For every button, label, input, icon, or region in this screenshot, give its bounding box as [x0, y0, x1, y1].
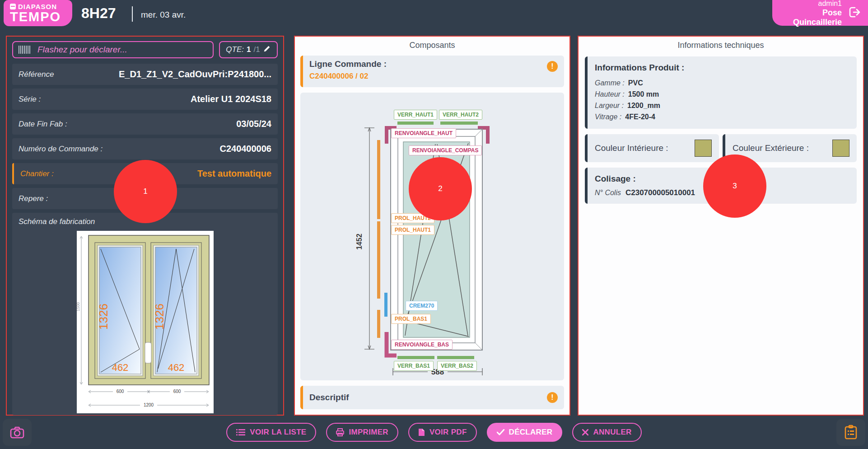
- info-field-largeur: Largeur :1200_mm: [595, 100, 849, 111]
- logout-icon[interactable]: [847, 5, 862, 21]
- panel-informations-techniques: Informations techniques Informations Pro…: [578, 36, 864, 416]
- ligne-commande-value: C240400006 / 02: [309, 72, 558, 81]
- user-role: Pose Quincaillerie: [777, 8, 842, 27]
- row-label: Date Fin Fab :: [19, 120, 67, 129]
- row-value: Atelier U1 2024S18: [191, 94, 271, 104]
- schematic-dim-left: 600: [116, 389, 124, 394]
- user-name: admin1: [777, 0, 842, 8]
- component-label-verr-haut2[interactable]: VERR_HAUT2: [439, 110, 482, 120]
- file-icon: [418, 428, 425, 436]
- fabrication-schematic: 1500 1326 1326: [77, 231, 214, 413]
- panel-production-info: Flashez pour déclarer... QTE: 1 /1 Référ…: [6, 36, 284, 416]
- x-icon: [582, 429, 588, 435]
- app-logo: DIAPASON TEMPO: [4, 0, 72, 26]
- informations-produit-title: Informations Produit :: [595, 63, 849, 73]
- row-numero-commande: Numéro de Commande : C240400006: [12, 138, 278, 159]
- couleur-exterieure-swatch: [832, 140, 849, 157]
- quantity-box[interactable]: QTE: 1 /1: [219, 41, 278, 58]
- panel-composants: Composants Ligne Commande : C240400006 /…: [294, 36, 570, 416]
- component-label-crem270[interactable]: CREM270: [406, 301, 438, 311]
- row-label: Schéma de fabrication: [19, 217, 95, 226]
- scan-placeholder: Flashez pour déclarer...: [37, 45, 127, 55]
- worklist-button[interactable]: [836, 419, 865, 446]
- logo-mark-icon: [10, 4, 16, 9]
- schematic-dim-right: 600: [173, 389, 181, 394]
- component-drawing: 1452: [300, 93, 564, 380]
- composants-title: Composants: [295, 37, 569, 54]
- check-icon: [497, 429, 504, 435]
- couleur-interieure-label: Couleur Intérieure :: [595, 143, 668, 153]
- couleur-interieure-card: Couleur Intérieure :: [585, 134, 719, 162]
- component-label-renvoiangle-haut[interactable]: RENVOIANGLE_HAUT: [391, 128, 456, 138]
- clock-date: mer. 03 avr.: [141, 10, 186, 20]
- row-value: E_D1_Z1_V2_CadOuvPri:P241800...: [119, 69, 271, 80]
- annotation-circle-2: 2: [409, 157, 472, 220]
- schematic-sash-width-right: 462: [168, 362, 184, 373]
- row-label: Référence: [19, 70, 54, 79]
- drawing-dim-height: 1452: [355, 234, 363, 250]
- clock-time: 8H27: [81, 5, 116, 22]
- row-label: Numéro de Commande :: [19, 145, 103, 154]
- info-field-gamme: Gamme :PVC: [595, 77, 849, 89]
- descriptif-label: Descriptif: [309, 393, 349, 402]
- printer-icon: [336, 428, 344, 436]
- annotation-circle-3: 3: [703, 154, 766, 218]
- component-label-prol-bas1[interactable]: PROL_BAS1: [391, 314, 431, 324]
- couleur-exterieure-label: Couleur Extérieure :: [733, 143, 809, 153]
- qte-label: QTE:: [226, 45, 244, 54]
- schematic-total-width: 1200: [143, 402, 154, 407]
- annotation-circle-1: 1: [114, 160, 177, 223]
- ligne-commande-label: Ligne Commande :: [309, 59, 558, 69]
- couleur-interieure-swatch: [695, 140, 712, 157]
- colis-label: N° Colis: [595, 189, 621, 196]
- qte-current: 1: [247, 45, 251, 54]
- edit-pencil-icon[interactable]: [263, 45, 271, 55]
- declarer-button[interactable]: DÉCLARER: [487, 423, 563, 442]
- logo-line2: TEMPO: [10, 10, 72, 23]
- row-label: Chantier :: [20, 169, 54, 178]
- descriptif-card[interactable]: Descriptif !: [300, 386, 564, 409]
- schematic-sash-height-right: 1326: [153, 304, 166, 330]
- alert-icon[interactable]: !: [547, 392, 558, 403]
- footer-bar: VOIR LA LISTE IMPRIMER VOIR PDF DÉCLARER…: [0, 416, 868, 449]
- informations-techniques-title: Informations techniques: [579, 37, 863, 54]
- camera-button[interactable]: [3, 419, 32, 446]
- list-icon: [236, 429, 245, 436]
- component-label-renvoiangle-compas[interactable]: RENVOIANGLE_COMPAS: [409, 145, 482, 155]
- schematic-total-height: 1500: [77, 302, 80, 311]
- row-date-fin-fab: Date Fin Fab : 03/05/24: [12, 113, 278, 135]
- topbar-divider: [132, 6, 133, 22]
- row-value: C240400006: [219, 144, 271, 154]
- voir-la-liste-button[interactable]: VOIR LA LISTE: [226, 423, 316, 442]
- top-bar: DIAPASON TEMPO 8H27 mer. 03 avr. admin1 …: [0, 0, 868, 28]
- schematic-sash-width-left: 462: [112, 362, 128, 373]
- schematic-sash-height-left: 1326: [97, 304, 110, 330]
- row-schema-fabrication: Schéma de fabrication 1500: [12, 213, 278, 415]
- qte-total: /1: [253, 45, 260, 54]
- voir-pdf-button[interactable]: VOIR PDF: [408, 423, 477, 442]
- user-session-block[interactable]: admin1 Pose Quincaillerie: [772, 0, 868, 26]
- alert-icon[interactable]: !: [547, 61, 558, 72]
- app-root: DIAPASON TEMPO 8H27 mer. 03 avr. admin1 …: [0, 0, 868, 449]
- informations-produit-card: Informations Produit : Gamme :PVC Hauteu…: [585, 56, 857, 129]
- scan-input[interactable]: Flashez pour déclarer...: [12, 41, 214, 58]
- annuler-button[interactable]: ANNULER: [572, 423, 641, 442]
- component-label-verr-bas2[interactable]: VERR_BAS2: [437, 361, 477, 371]
- ligne-commande-card[interactable]: Ligne Commande : C240400006 / 02 !: [300, 56, 564, 87]
- component-label-renvoiangle-bas[interactable]: RENVOIANGLE_BAS: [391, 340, 453, 350]
- component-label-prol-haut1[interactable]: PROL_HAUT1: [391, 225, 434, 235]
- row-serie: Série : Atelier U1 2024S18: [12, 89, 278, 110]
- row-label: Série :: [19, 95, 41, 104]
- row-label: Repere :: [19, 194, 48, 203]
- imprimer-button[interactable]: IMPRIMER: [326, 423, 398, 442]
- row-value: Test automatique: [197, 168, 271, 179]
- barcode-icon: [19, 46, 31, 54]
- info-field-hauteur: Hauteur :1500 mm: [595, 89, 849, 100]
- component-label-verr-bas1[interactable]: VERR_BAS1: [394, 361, 434, 371]
- row-value: 03/05/24: [236, 119, 271, 129]
- row-reference: Référence E_D1_Z1_V2_CadOuvPri:P241800..…: [12, 64, 278, 85]
- info-field-vitrage: Vitrage :4FE-20-4: [595, 111, 849, 122]
- colis-value: C230700005010001: [625, 188, 695, 197]
- component-label-verr-haut1[interactable]: VERR_HAUT1: [394, 110, 437, 120]
